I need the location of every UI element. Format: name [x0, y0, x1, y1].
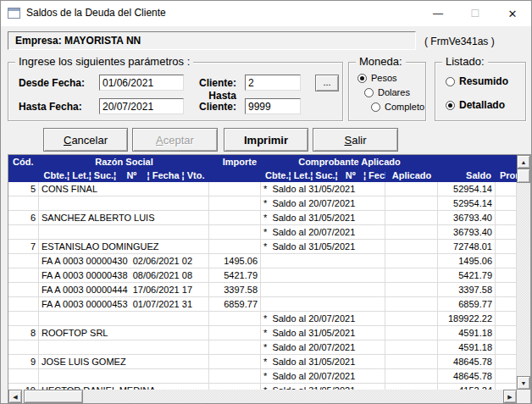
- radio-detallado[interactable]: Detallado: [446, 99, 505, 111]
- cell-detail: ROOFTOP SRL: [39, 326, 209, 340]
- cell-saldo: 1495.06: [438, 254, 496, 268]
- cell-importe: 6859.77: [209, 297, 261, 311]
- table-row[interactable]: 6 SANCHEZ ALBERTO LUIS * Saldo al 31/05/…: [8, 211, 517, 225]
- desde-fecha-input[interactable]: 01/06/2021: [99, 75, 184, 91]
- cliente-input[interactable]: 2: [245, 75, 301, 91]
- app-window: Saldos de la Deuda del Cliente — ☐ ✕ Emp…: [0, 0, 532, 404]
- radio-completo[interactable]: Completo: [371, 102, 424, 112]
- cell-prom: [496, 369, 517, 383]
- minimize-button[interactable]: —: [423, 1, 453, 26]
- cell-importe: [209, 225, 261, 239]
- table-row[interactable]: 8 ROOFTOP SRL * Saldo al 31/05/2021 4591…: [8, 326, 517, 340]
- cell-saldo: 4152.24: [438, 384, 496, 390]
- table-row[interactable]: FA A 0003 00000444 17/06/2021 17 3397.58…: [8, 283, 517, 297]
- table-row[interactable]: * Saldo al 20/07/2021 189922.22: [8, 312, 517, 326]
- radio-pesos[interactable]: Pesos: [357, 73, 397, 83]
- cell-prom: [496, 355, 517, 368]
- table-row[interactable]: * Saldo al 20/07/2021 48645.78: [8, 369, 517, 384]
- horizontal-scrollbar[interactable]: ◀ ▶: [8, 390, 517, 403]
- cell-aplicado: [385, 225, 438, 239]
- cell-detail: [39, 196, 209, 210]
- radio-dolares[interactable]: Dolares: [364, 87, 410, 97]
- cell-importe: [209, 312, 261, 325]
- radio-unselected-icon: [364, 88, 374, 97]
- cell-aplicado: [385, 254, 438, 268]
- cell-aplicado: [385, 182, 438, 196]
- results-grid: Cód. Razón Social Importe Comprobante Ap…: [8, 154, 531, 404]
- vertical-scroll-thumb[interactable]: [517, 169, 530, 183]
- cell-prom: [496, 254, 517, 268]
- table-row[interactable]: FA A 0003 00000453 01/07/2021 31 6859.77…: [8, 297, 517, 312]
- cell-importe: [209, 369, 261, 383]
- table-row[interactable]: * Saldo al 20/07/2021 36793.40: [8, 225, 517, 240]
- scroll-left-button[interactable]: ◀: [8, 390, 22, 403]
- imprimir-button[interactable]: Imprimir: [224, 128, 308, 152]
- table-row[interactable]: 10 HECTOR DANIEL MEDINA * Saldo al 31/05…: [8, 384, 517, 390]
- cell-comprobante: * Saldo al 20/07/2021: [261, 225, 385, 239]
- maximize-icon: ☐: [471, 8, 480, 19]
- col-header-razon-social: Razón Social: [39, 155, 209, 169]
- cell-saldo: 36793.40: [438, 225, 496, 239]
- cancelar-button[interactable]: Cancelar: [43, 128, 128, 152]
- table-row[interactable]: FA A 0003 00000438 08/06/2021 08 5421.79…: [8, 268, 517, 283]
- radio-resumido[interactable]: Resumido: [446, 75, 508, 87]
- cell-cod: [8, 225, 39, 239]
- hasta-fecha-input[interactable]: 20/07/2021: [99, 98, 184, 114]
- empresa-label: Empresa: MAYORISTA NN: [15, 35, 141, 47]
- table-row[interactable]: 9 JOSE LUIS GOMEZ * Saldo al 31/05/2021 …: [8, 355, 517, 369]
- cell-prom: [496, 240, 517, 253]
- vertical-scrollbar[interactable]: ▲ ▼: [517, 155, 530, 390]
- cell-cod: 7: [8, 240, 39, 253]
- hasta-fecha-value: 20/07/2021: [103, 101, 153, 113]
- cell-detail: FA A 0003 00000430 02/06/2021 02: [39, 254, 209, 268]
- table-row[interactable]: * Saldo al 20/07/2021 4591.18: [8, 340, 517, 355]
- cell-comprobante: * Saldo al 31/05/2021: [261, 211, 385, 224]
- cell-detail: CONS FINAL: [39, 182, 209, 196]
- scroll-up-button[interactable]: ▲: [517, 155, 530, 169]
- hasta-cliente-input[interactable]: 9999: [245, 98, 301, 114]
- cell-importe: [209, 182, 261, 196]
- empresa-bar: Empresa: MAYORISTA NN: [8, 31, 416, 50]
- col-header-comprobante-aplicado: Comprobante Aplicado: [261, 155, 438, 169]
- table-row[interactable]: 7 ESTANISLAO DOMINGUEZ * Saldo al 31/05/…: [8, 240, 517, 254]
- cell-aplicado: [385, 312, 438, 325]
- form-icon: [8, 8, 20, 19]
- horizontal-scroll-thumb[interactable]: [24, 390, 83, 403]
- cell-saldo: 5421.79: [438, 268, 496, 282]
- cell-cod: [8, 297, 39, 311]
- cell-saldo: 52954.14: [438, 196, 496, 210]
- params-legend: Ingrese los siguientes parámetros :: [15, 55, 193, 68]
- window-title: Saldos de la Deuda del Cliente: [26, 7, 166, 19]
- table-row[interactable]: FA A 0003 00000430 02/06/2021 02 1495.06…: [8, 254, 517, 268]
- cliente-label: Cliente:: [182, 77, 236, 89]
- scroll-down-button[interactable]: ▼: [517, 376, 530, 390]
- cell-prom: [496, 340, 517, 354]
- cell-detail: ESTANISLAO DOMINGUEZ: [39, 240, 209, 253]
- cell-importe: 1495.06: [209, 254, 261, 268]
- salir-button[interactable]: Salir: [313, 128, 398, 152]
- listado-groupbox: Listado: Resumido Detallado: [435, 62, 526, 121]
- cell-cod: [8, 283, 39, 296]
- col-header-aplicado: Aplicado: [385, 169, 438, 182]
- cell-aplicado: [385, 196, 438, 210]
- cell-prom: [496, 312, 517, 325]
- cell-saldo: 48645.78: [438, 355, 496, 368]
- radio-selected-icon: [446, 101, 455, 110]
- cell-saldo: 72748.01: [438, 240, 496, 253]
- table-row[interactable]: 5 CONS FINAL * Saldo al 31/05/2021 52954…: [8, 182, 517, 196]
- cell-comprobante: [261, 283, 385, 296]
- cliente-browse-button[interactable]: ...: [315, 75, 339, 91]
- cell-aplicado: [385, 283, 438, 296]
- cell-cod: 8: [8, 326, 39, 340]
- cell-prom: [496, 268, 517, 282]
- cell-saldo: 6859.77: [438, 297, 496, 311]
- desde-fecha-value: 01/06/2021: [103, 77, 153, 89]
- cell-cod: 10: [8, 384, 39, 390]
- listado-legend: Listado:: [442, 55, 488, 68]
- close-button[interactable]: ✕: [497, 1, 528, 26]
- scroll-right-button[interactable]: ▶: [503, 390, 517, 403]
- col-header-cod: Cód.: [8, 155, 39, 169]
- table-row[interactable]: * Saldo al 20/07/2021 52954.14: [8, 196, 517, 211]
- cell-detail: JOSE LUIS GOMEZ: [39, 355, 209, 368]
- cell-saldo: 48645.78: [438, 369, 496, 383]
